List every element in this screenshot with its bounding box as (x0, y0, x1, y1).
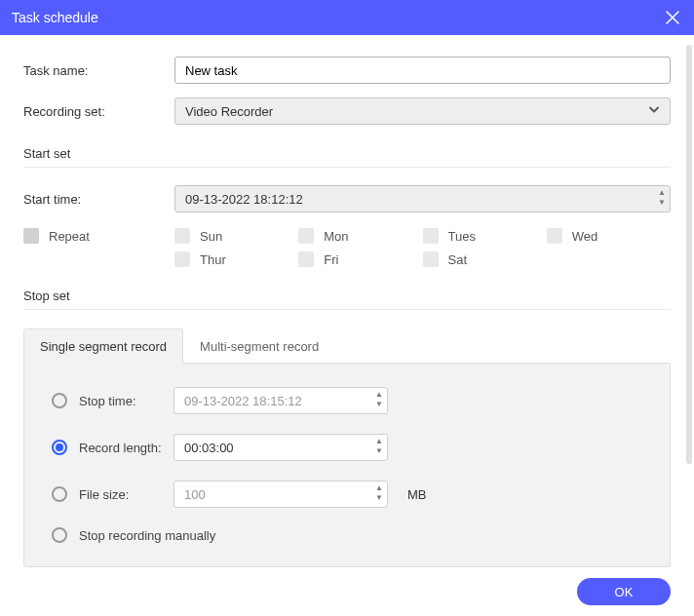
task-name-input[interactable] (174, 57, 671, 84)
titlebar: Task schedule (0, 0, 694, 35)
record-length-value: 00:03:00 (184, 441, 234, 455)
stop-time-input[interactable]: 09-13-2022 18:15:12 ▲ ▼ (174, 387, 388, 414)
stop-time-radio[interactable] (52, 393, 67, 408)
recording-set-label: Recording set: (23, 104, 174, 119)
day-sun-label: Sun (200, 229, 222, 244)
record-length-input[interactable]: 00:03:00 ▲ ▼ (174, 434, 388, 461)
tab-single-segment[interactable]: Single segment record (23, 328, 183, 364)
file-size-stepper[interactable]: ▲ ▼ (375, 483, 383, 503)
record-length-label: Record length: (79, 441, 174, 455)
day-thur-checkbox[interactable] (174, 251, 190, 267)
stepper-down-icon[interactable]: ▼ (375, 400, 383, 409)
stepper-down-icon[interactable]: ▼ (658, 198, 666, 208)
stepper-up-icon[interactable]: ▲ (375, 437, 383, 446)
day-tues-label: Tues (448, 229, 476, 244)
file-size-input[interactable]: 100 ▲ ▼ (174, 481, 388, 508)
tab-multi-segment[interactable]: Multi-segment record (183, 328, 335, 364)
stop-set-heading: Stop set (23, 289, 671, 310)
stop-manual-radio[interactable] (52, 527, 67, 543)
day-tues-checkbox[interactable] (423, 228, 439, 244)
stepper-down-icon[interactable]: ▼ (375, 493, 383, 503)
day-sat-checkbox[interactable] (423, 251, 439, 267)
file-size-value: 100 (184, 487, 206, 502)
file-size-unit: MB (407, 487, 427, 502)
day-mon-checkbox[interactable] (298, 228, 314, 244)
file-size-label: File size: (79, 487, 174, 502)
day-thur-label: Thur (200, 252, 226, 267)
repeat-label: Repeat (49, 229, 90, 244)
stepper-up-icon[interactable]: ▲ (658, 188, 666, 198)
tabs: Single segment record Multi-segment reco… (23, 327, 671, 364)
stepper-up-icon[interactable]: ▲ (375, 390, 383, 400)
start-time-value: 09-13-2022 18:12:12 (185, 192, 303, 207)
stepper-up-icon[interactable]: ▲ (375, 483, 383, 493)
stepper-down-icon[interactable]: ▼ (375, 446, 383, 456)
day-mon-label: Mon (324, 229, 348, 244)
day-wed-checkbox[interactable] (547, 228, 562, 244)
day-wed-label: Wed (572, 229, 598, 244)
record-length-radio[interactable] (52, 440, 67, 455)
stop-time-stepper[interactable]: ▲ ▼ (375, 390, 383, 409)
tab-panel-single: Stop time: 09-13-2022 18:15:12 ▲ ▼ Recor… (23, 364, 671, 567)
task-name-label: Task name: (23, 63, 174, 78)
start-time-input[interactable]: 09-13-2022 18:12:12 ▲ ▼ (174, 185, 671, 212)
day-sun-checkbox[interactable] (174, 228, 190, 244)
recording-set-select[interactable]: Video Recorder (174, 97, 671, 125)
stop-time-label: Stop time: (79, 394, 174, 408)
start-set-heading: Start set (23, 146, 671, 168)
stop-time-value: 09-13-2022 18:15:12 (184, 394, 302, 408)
start-time-stepper[interactable]: ▲ ▼ (658, 188, 666, 208)
stop-manual-label: Stop recording manually (79, 528, 215, 543)
day-sat-label: Sat (448, 252, 468, 267)
record-length-stepper[interactable]: ▲ ▼ (375, 437, 383, 456)
start-time-label: Start time: (23, 192, 174, 207)
day-fri-label: Fri (324, 252, 338, 267)
file-size-radio[interactable] (52, 486, 67, 502)
content-area: Task name: Recording set: Video Recorder… (0, 35, 694, 567)
close-icon[interactable] (663, 8, 682, 27)
ok-button[interactable]: OK (577, 578, 671, 605)
footer: OK (0, 567, 694, 616)
repeat-checkbox[interactable] (23, 228, 39, 244)
day-fri-checkbox[interactable] (298, 251, 314, 267)
window-title: Task schedule (12, 10, 663, 25)
